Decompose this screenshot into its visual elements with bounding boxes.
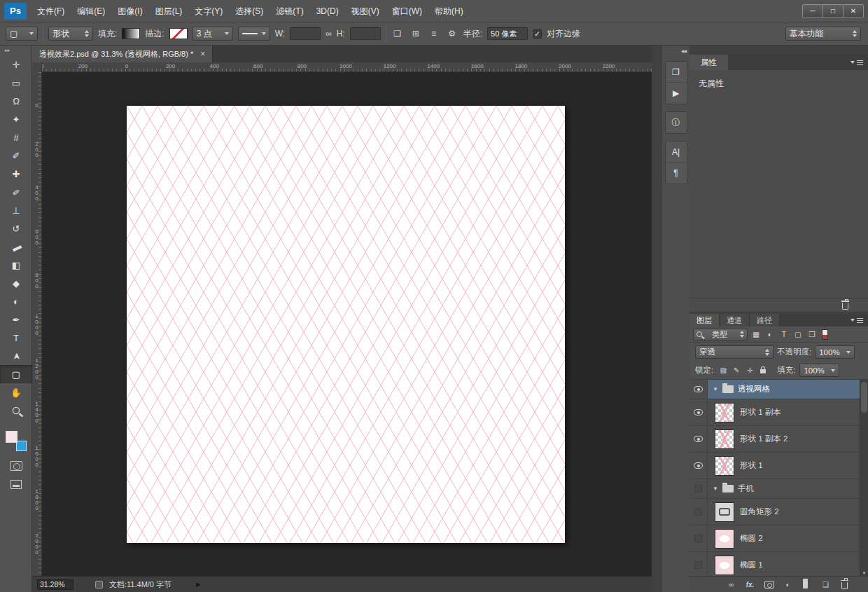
layer-row[interactable]: ▼透视网格 [690, 380, 860, 399]
actions-panel-icon[interactable]: ▶ [666, 83, 687, 104]
height-input[interactable] [350, 27, 381, 40]
layer-row[interactable]: 形状 1 [690, 453, 860, 479]
lock-position-icon[interactable]: ✛ [744, 365, 755, 376]
lasso-tool[interactable]: Ω [0, 92, 32, 110]
path-operations-icon[interactable]: ❏ [391, 27, 404, 40]
filter-adjustment-layers-icon[interactable]: ◐ [763, 329, 777, 340]
tool-mode-dropdown[interactable]: 形状 [48, 27, 93, 41]
character-panel-icon[interactable]: A| [666, 142, 687, 163]
maximize-button[interactable]: □ [822, 4, 844, 18]
layer-row[interactable]: 形状 1 副本 [690, 399, 860, 426]
panel-menu-icon[interactable] [850, 314, 868, 326]
trash-icon[interactable] [842, 303, 848, 310]
layer-thumbnail[interactable] [715, 556, 734, 575]
close-tab-icon[interactable]: × [200, 49, 205, 59]
visibility-toggle[interactable] [690, 399, 708, 425]
menu-item[interactable]: 视图(V) [345, 0, 386, 22]
hand-tool[interactable]: ✋ [0, 383, 32, 401]
screen-mode-button[interactable] [10, 480, 22, 489]
radius-input[interactable]: 50 像素 [487, 27, 528, 40]
scrollbar-thumb[interactable] [861, 382, 867, 413]
rectangular-marquee-tool[interactable]: ▭ [0, 74, 32, 92]
layer-row[interactable]: 椭圆 2 [690, 525, 860, 552]
move-tool[interactable]: ✛ [0, 55, 32, 74]
menu-item[interactable]: 编辑(E) [71, 0, 111, 22]
layer-style-icon[interactable]: fx. [745, 579, 755, 591]
horizontal-type-tool[interactable]: T [0, 329, 32, 347]
layers-scrollbar[interactable]: ▼ [860, 380, 868, 576]
panel-menu-icon[interactable] [850, 55, 868, 70]
zoom-tool[interactable] [0, 401, 32, 420]
document-canvas[interactable] [127, 106, 565, 543]
ruler-corner[interactable] [32, 62, 42, 72]
visibility-toggle[interactable] [690, 552, 708, 576]
filter-type-layers-icon[interactable]: T [777, 329, 791, 340]
visibility-toggle[interactable] [690, 380, 708, 399]
clone-source-panel-icon[interactable]: ❐ [666, 62, 687, 83]
menu-item[interactable]: 文件(F) [31, 0, 71, 22]
menu-item[interactable]: 选择(S) [229, 0, 270, 22]
tab-channels[interactable]: 通道 [720, 314, 750, 326]
vertical-ruler[interactable]: 0200400600800100012001400160018002000 [32, 72, 42, 576]
layer-thumbnail[interactable] [715, 502, 734, 522]
lock-pixels-icon[interactable]: ✎ [731, 365, 742, 376]
clone-stamp-tool[interactable]: ⊥ [0, 201, 32, 219]
quick-selection-tool[interactable]: ✦ [0, 110, 32, 128]
visibility-toggle[interactable] [690, 499, 708, 525]
layer-row[interactable]: 椭圆 1 [690, 552, 860, 576]
dodge-tool[interactable]: ◐ [0, 292, 32, 310]
visibility-toggle[interactable] [690, 426, 708, 452]
menu-item[interactable]: 3D(D) [310, 0, 345, 22]
tab-paths[interactable]: 路径 [750, 314, 780, 326]
background-color-swatch[interactable] [16, 441, 27, 451]
layer-row[interactable]: 形状 1 副本 2 [690, 426, 860, 453]
workspace-switcher[interactable]: 基本功能 [785, 27, 861, 41]
shape-settings-gear-icon[interactable]: ⚙ [446, 27, 458, 40]
scroll-down-arrow-icon[interactable]: ▼ [860, 571, 868, 575]
filter-toggle-switch[interactable] [822, 329, 828, 340]
tab-properties[interactable]: 属性 [690, 55, 728, 70]
close-button[interactable]: ✕ [843, 4, 864, 18]
horizontal-ruler[interactable]: 4002000200400600800100012001400160018002… [42, 62, 652, 71]
visibility-toggle[interactable] [690, 525, 708, 551]
paragraph-panel-icon[interactable]: ¶ [666, 163, 687, 184]
status-flyout-arrow[interactable]: ▶ [196, 581, 201, 588]
blur-tool[interactable]: ◆ [0, 274, 32, 292]
filter-smart-objects-icon[interactable]: ❒ [805, 329, 819, 340]
layer-thumbnail[interactable] [715, 529, 734, 549]
fill-opacity-dropdown[interactable]: 100% [799, 364, 839, 377]
gradient-tool[interactable]: ◧ [0, 256, 32, 274]
link-dimensions-icon[interactable]: ∞ [326, 29, 332, 39]
visibility-toggle[interactable] [690, 479, 708, 498]
layer-thumbnail[interactable] [715, 429, 734, 449]
disclosure-triangle-icon[interactable]: ▼ [713, 386, 718, 392]
zoom-level-input[interactable]: 31.28% [37, 579, 74, 590]
path-alignment-icon[interactable]: ⊞ [410, 27, 422, 40]
menu-item[interactable]: 滤镜(T) [270, 0, 309, 22]
filter-shape-layers-icon[interactable]: ▢ [791, 329, 805, 340]
width-input[interactable] [290, 27, 321, 40]
lock-transparency-icon[interactable]: ▨ [718, 365, 729, 376]
pen-tool[interactable]: ✒ [0, 310, 32, 329]
filter-pixel-layers-icon[interactable]: ▦ [749, 329, 763, 340]
status-icon[interactable] [95, 581, 103, 588]
menu-item[interactable]: 图像(I) [111, 0, 148, 22]
delete-layer-icon[interactable] [839, 579, 850, 591]
eraser-tool[interactable]: ▬ [0, 238, 32, 256]
info-panel-icon[interactable]: ⓘ [666, 112, 687, 133]
minimize-button[interactable]: ─ [802, 4, 823, 18]
brush-tool[interactable]: ✏ [0, 183, 32, 201]
fill-color-swatch[interactable] [122, 28, 140, 39]
eyedropper-tool[interactable]: ✐ [0, 146, 32, 165]
toolbar-collapse-chevrons[interactable]: ▸▸ [0, 46, 31, 55]
layer-row[interactable]: ▼手机 [690, 479, 860, 499]
visibility-toggle[interactable] [690, 453, 708, 479]
path-selection-tool[interactable]: ➤ [0, 347, 32, 365]
adjustment-layer-icon[interactable]: ◐ [783, 579, 793, 591]
pasteboard[interactable] [42, 72, 652, 576]
rectangle-tool[interactable]: ▢ [0, 365, 32, 383]
menu-item[interactable]: 图层(L) [149, 0, 189, 22]
new-group-icon[interactable] [802, 579, 812, 591]
spot-healing-brush-tool[interactable]: ✚ [0, 165, 32, 183]
layer-row[interactable]: 圆角矩形 2 [690, 499, 860, 525]
